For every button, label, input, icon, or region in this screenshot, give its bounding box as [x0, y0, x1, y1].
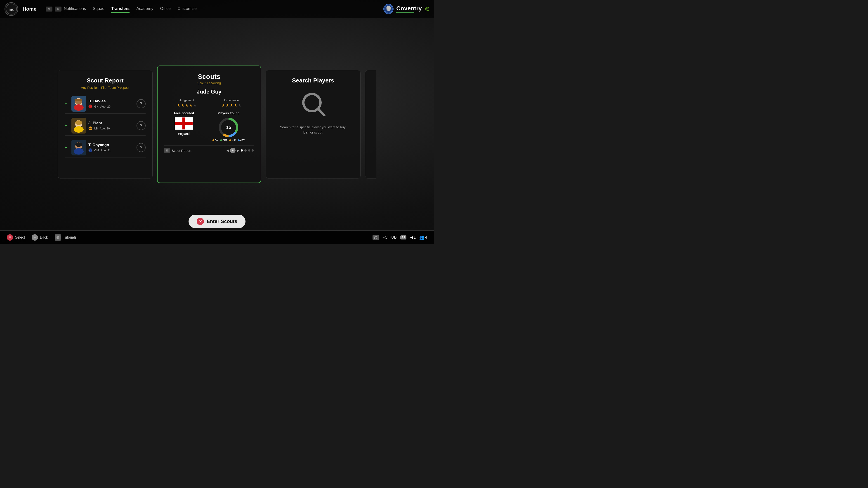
pagination: ◀ R ▶	[226, 148, 254, 153]
club-name: Coventry	[396, 5, 422, 12]
scout-name: Jude Guy	[164, 89, 254, 95]
scout-report-button[interactable]: Scout Report	[164, 148, 191, 153]
page-dot-4[interactable]	[252, 149, 254, 152]
experience-label: Experience	[221, 98, 241, 102]
star: ★	[193, 103, 197, 108]
player-name-2: J. Plant	[88, 121, 134, 125]
player-name-3: T. Onyango	[88, 143, 134, 147]
players-found-legend: GK DEF MID ATT	[213, 139, 245, 142]
svg-rect-9	[74, 99, 82, 101]
add-player-1-button[interactable]: +	[65, 101, 69, 106]
report-icon	[164, 148, 170, 153]
player-info-btn-2[interactable]: ?	[136, 121, 146, 130]
x-button-icon: ✕	[7, 234, 13, 240]
judgement-label: Judgement	[177, 98, 197, 102]
england-flag	[175, 117, 193, 130]
player-meta-2: WOL LB Age: 20	[88, 126, 134, 130]
page-dot-3[interactable]	[248, 149, 250, 152]
left-arrow-icon: ◀	[410, 235, 413, 239]
nav-squad[interactable]: Squad	[93, 5, 104, 13]
svg-rect-29	[166, 150, 168, 150]
player-info-btn-3[interactable]: ?	[136, 143, 146, 152]
nav-office[interactable]: Office	[160, 5, 170, 13]
player-info-2: J. Plant WOL LB Age: 20	[88, 121, 134, 130]
bottom-left: ✕ Select ○ Back Tutorials	[7, 234, 373, 240]
back-label: Back	[40, 235, 48, 239]
star: ★	[230, 103, 233, 108]
select-button[interactable]: ✕ Select	[7, 234, 25, 240]
partial-card	[365, 70, 376, 178]
search-description: Search for a specific player you want to…	[273, 125, 353, 135]
star: ★	[177, 103, 180, 108]
scout-report-subtitle: Any Position | First Team Prospect	[65, 86, 146, 90]
fc-hub-label: FC HUB	[382, 235, 397, 240]
club-progress-bar	[396, 12, 414, 13]
enter-scouts-wrapper: ✕ Enter Scouts	[188, 215, 246, 228]
back-button[interactable]: ○ Back	[32, 234, 48, 240]
nav-icon-r[interactable]: R	[55, 6, 61, 11]
nav-count-2: 👥 4	[419, 235, 427, 240]
player-meta-3: CHE CM Age: 21	[88, 148, 134, 152]
scout-area: Area Scouted England Players Found	[164, 111, 254, 142]
nav-customise[interactable]: Customise	[178, 5, 197, 13]
area-name: England	[174, 132, 194, 135]
page-dot-1[interactable]	[241, 149, 243, 152]
area-label: Area Scouted	[174, 111, 194, 115]
enter-scouts-button[interactable]: ✕ Enter Scouts	[188, 215, 246, 228]
player-info-btn-1[interactable]: ?	[136, 99, 146, 108]
scouts-card: Scouts Scout 1 scouting Jude Guy Judgeme…	[157, 66, 261, 183]
svg-text:CHE: CHE	[89, 150, 92, 151]
add-player-2-button[interactable]: +	[65, 123, 69, 128]
r-badge: R	[230, 148, 236, 153]
select-label: Select	[15, 235, 25, 239]
tutorial-icon	[55, 234, 61, 240]
star: ★	[234, 103, 237, 108]
bottom-right: FC HUB R2 ◀ 1 👥 4	[373, 235, 427, 240]
legend-mid: MID	[229, 139, 236, 142]
camera-icon	[373, 235, 379, 240]
legend-att: ATT	[238, 139, 245, 142]
svg-point-20	[74, 148, 84, 155]
nav-count-1: ◀ 1	[410, 235, 416, 239]
nav-notifications[interactable]: Notifications	[64, 5, 86, 13]
player-meta-1: LFC GK Age: 20	[88, 104, 134, 108]
prev-arrow[interactable]: ◀	[226, 149, 229, 152]
donut-chart: 15	[218, 117, 239, 138]
scout-report-card: Scout Report Any Position | First Team P…	[58, 70, 153, 178]
star: ★	[181, 103, 184, 108]
home-label[interactable]: Home	[23, 6, 41, 12]
tutorials-button[interactable]: Tutorials	[55, 234, 76, 240]
experience-stars: ★ ★ ★ ★ ★	[221, 103, 241, 108]
scout-bottom: Scout Report ◀ R ▶	[164, 145, 254, 153]
area-scouted: Area Scouted England	[174, 111, 194, 135]
people-icon: 👥	[419, 235, 424, 240]
judgement-stars: ★ ★ ★ ★ ★	[177, 103, 197, 108]
player-avatar-3	[71, 140, 86, 156]
svg-rect-38	[375, 235, 377, 236]
nav-menu: Notifications Squad Transfers Academy Of…	[64, 5, 383, 13]
nav-transfers[interactable]: Transfers	[111, 5, 129, 13]
top-right: Coventry 🌿	[383, 4, 430, 14]
star: ★	[189, 103, 193, 108]
page-dot-2[interactable]	[244, 149, 247, 152]
players-found: Players Found 15 GK DEF	[213, 111, 245, 142]
search-players-card: Search Players Search for a specific pla…	[266, 70, 361, 178]
player-name-1: H. Davies	[88, 99, 134, 103]
scout-report-label: Scout Report	[172, 149, 191, 153]
add-player-3-button[interactable]: +	[65, 145, 69, 150]
player-avatar-1	[71, 96, 86, 111]
next-arrow[interactable]: ▶	[237, 149, 239, 152]
nav-academy[interactable]: Academy	[136, 5, 153, 13]
main-content: Scout Report Any Position | First Team P…	[0, 18, 434, 230]
table-row: + T. Onyango CHE	[65, 138, 146, 158]
star: ★	[185, 103, 188, 108]
bottombar: ✕ Select ○ Back Tutorials	[0, 230, 434, 244]
player-pos-3: CM	[94, 149, 99, 152]
enter-scouts-label: Enter Scouts	[207, 219, 237, 224]
players-found-label: Players Found	[213, 111, 245, 115]
scouts-subtitle: Scout 1 scouting	[164, 81, 254, 85]
svg-point-21	[75, 142, 82, 147]
nav-icon-u[interactable]: U	[46, 6, 53, 11]
legend-gk: GK	[213, 139, 218, 142]
scout-report-title: Scout Report	[65, 77, 146, 84]
